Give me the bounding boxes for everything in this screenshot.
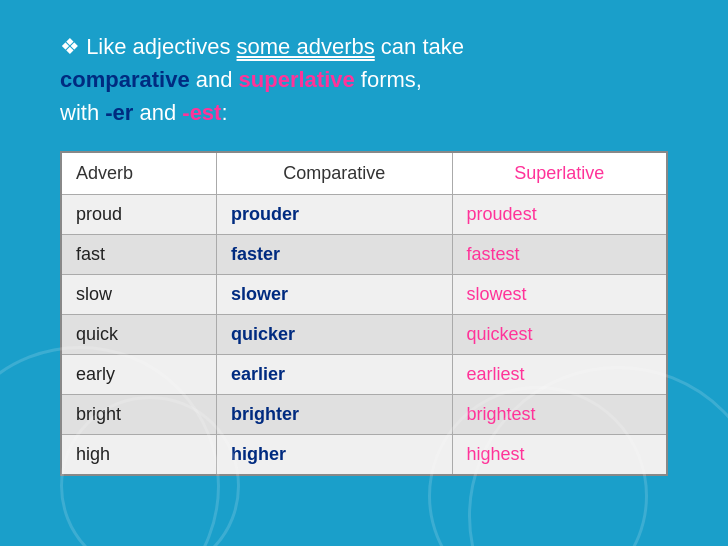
table-row: fastfasterfastest bbox=[61, 235, 667, 275]
table-row: highhigherhighest bbox=[61, 435, 667, 476]
cell-0-2: proudest bbox=[452, 195, 667, 235]
cell-6-2: highest bbox=[452, 435, 667, 476]
cell-4-1: earlier bbox=[217, 355, 453, 395]
intro-line1-after: can take bbox=[375, 34, 464, 59]
est-suffix: -est bbox=[182, 100, 221, 125]
cell-3-1: quicker bbox=[217, 315, 453, 355]
table-row: proudprouderproudest bbox=[61, 195, 667, 235]
header-row: Adverb Comparative Superlative bbox=[61, 152, 667, 195]
cell-3-0: quick bbox=[61, 315, 217, 355]
table-row: earlyearlierearliest bbox=[61, 355, 667, 395]
cell-2-1: slower bbox=[217, 275, 453, 315]
cell-1-2: fastest bbox=[452, 235, 667, 275]
table-body: proudprouderproudestfastfasterfastestslo… bbox=[61, 195, 667, 476]
comparative-word: comparative bbox=[60, 67, 190, 92]
intro-line2-after: forms, bbox=[355, 67, 422, 92]
cell-5-2: brightest bbox=[452, 395, 667, 435]
table-row: slowslowerslowest bbox=[61, 275, 667, 315]
cell-5-1: brighter bbox=[217, 395, 453, 435]
cell-4-2: earliest bbox=[452, 355, 667, 395]
adverb-table: Adverb Comparative Superlative proudprou… bbox=[60, 151, 668, 476]
diamond-bullet: ❖ bbox=[60, 34, 86, 59]
cell-6-1: higher bbox=[217, 435, 453, 476]
table-row: brightbrighterbrightest bbox=[61, 395, 667, 435]
header-adverb: Adverb bbox=[61, 152, 217, 195]
cell-2-0: slow bbox=[61, 275, 217, 315]
intro-line3-before: with bbox=[60, 100, 105, 125]
er-suffix: -er bbox=[105, 100, 133, 125]
cell-1-1: faster bbox=[217, 235, 453, 275]
cell-0-0: proud bbox=[61, 195, 217, 235]
intro-text: ❖ Like adjectives some adverbs can take … bbox=[60, 30, 668, 129]
cell-5-0: bright bbox=[61, 395, 217, 435]
cell-3-2: quickest bbox=[452, 315, 667, 355]
some-adverbs-highlight: some adverbs bbox=[237, 34, 375, 59]
intro-line2-middle: and bbox=[190, 67, 239, 92]
cell-2-2: slowest bbox=[452, 275, 667, 315]
header-superlative: Superlative bbox=[452, 152, 667, 195]
intro-line3-middle: and bbox=[133, 100, 182, 125]
table-row: quickquickerquickest bbox=[61, 315, 667, 355]
intro-line3-colon: : bbox=[221, 100, 227, 125]
table-header: Adverb Comparative Superlative bbox=[61, 152, 667, 195]
cell-6-0: high bbox=[61, 435, 217, 476]
intro-line1-before: Like adjectives bbox=[86, 34, 236, 59]
superlative-word: superlative bbox=[239, 67, 355, 92]
content-area: ❖ Like adjectives some adverbs can take … bbox=[0, 0, 728, 496]
header-comparative: Comparative bbox=[217, 152, 453, 195]
cell-0-1: prouder bbox=[217, 195, 453, 235]
cell-1-0: fast bbox=[61, 235, 217, 275]
cell-4-0: early bbox=[61, 355, 217, 395]
